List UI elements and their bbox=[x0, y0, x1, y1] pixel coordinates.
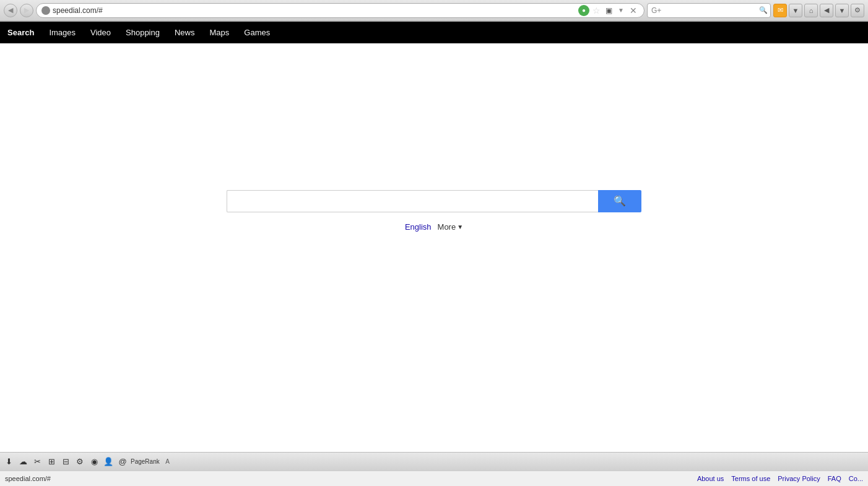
more-arrow-icon: ▼ bbox=[457, 223, 463, 230]
browser-chrome: ◀ ▶ speedial.com/# ● ☆ ▣ ▼ ✕ G+ 🔍 ✉ ▼ ⌂ bbox=[0, 0, 868, 22]
nav-back-button[interactable]: ◀ bbox=[820, 4, 833, 17]
nav-item-news[interactable]: News bbox=[173, 23, 196, 42]
main-content: 🔍 English More ▼ bbox=[0, 43, 868, 415]
search-section: 🔍 English More ▼ bbox=[227, 190, 641, 232]
forward-button[interactable]: ▶ bbox=[20, 4, 33, 17]
site-icon bbox=[41, 6, 50, 15]
nav-item-video[interactable]: Video bbox=[89, 23, 112, 42]
more-label: More bbox=[438, 222, 456, 232]
nav-item-games[interactable]: Games bbox=[243, 23, 271, 42]
search-button-icon: 🔍 bbox=[614, 195, 626, 207]
nav-item-images[interactable]: Images bbox=[48, 23, 77, 42]
mail-button[interactable]: ✉ bbox=[773, 4, 787, 17]
main-search-button[interactable]: 🔍 bbox=[598, 190, 641, 212]
nav-bar: Search Images Video Shopping News Maps G… bbox=[0, 22, 868, 43]
address-text: speedial.com/# bbox=[53, 6, 576, 15]
english-language-link[interactable]: English bbox=[405, 222, 432, 232]
extensions-button[interactable]: ⚙ bbox=[851, 4, 864, 17]
nav-item-shopping[interactable]: Shopping bbox=[124, 23, 161, 42]
browser-search-submit-icon: 🔍 bbox=[759, 6, 768, 14]
browser-search-bar[interactable]: G+ 🔍 bbox=[647, 3, 771, 18]
right-toolbar-actions: ✉ ▼ ⌂ ◀ ▼ ⚙ bbox=[773, 4, 864, 17]
more-language-dropdown[interactable]: More ▼ bbox=[438, 222, 464, 232]
main-search-input[interactable] bbox=[227, 190, 598, 212]
nav-item-search[interactable]: Search bbox=[6, 23, 35, 42]
browser-toolbar: ◀ ▶ speedial.com/# ● ☆ ▣ ▼ ✕ G+ 🔍 ✉ ▼ ⌂ bbox=[0, 0, 868, 21]
reload-button[interactable]: ● bbox=[578, 5, 589, 16]
browser-search-icon: G+ bbox=[651, 6, 661, 15]
bookmark-star-button[interactable]: ☆ bbox=[591, 5, 602, 16]
address-actions: ● ☆ ▣ ▼ ✕ bbox=[578, 5, 639, 16]
nav-item-maps[interactable]: Maps bbox=[209, 23, 231, 42]
nav-dropdown-button[interactable]: ▼ bbox=[835, 4, 849, 17]
language-row: English More ▼ bbox=[405, 222, 463, 232]
address-dropdown-button[interactable]: ▼ bbox=[615, 5, 627, 16]
search-row: 🔍 bbox=[227, 190, 641, 212]
mail-dropdown-button[interactable]: ▼ bbox=[789, 4, 802, 17]
browser-search-input[interactable] bbox=[664, 6, 757, 15]
device-button[interactable]: ▣ bbox=[603, 5, 614, 16]
back-button[interactable]: ◀ bbox=[4, 4, 17, 17]
home-button[interactable]: ⌂ bbox=[804, 4, 818, 17]
address-bar[interactable]: speedial.com/# ● ☆ ▣ ▼ ✕ bbox=[36, 3, 644, 18]
close-tab-button[interactable]: ✕ bbox=[628, 5, 639, 16]
